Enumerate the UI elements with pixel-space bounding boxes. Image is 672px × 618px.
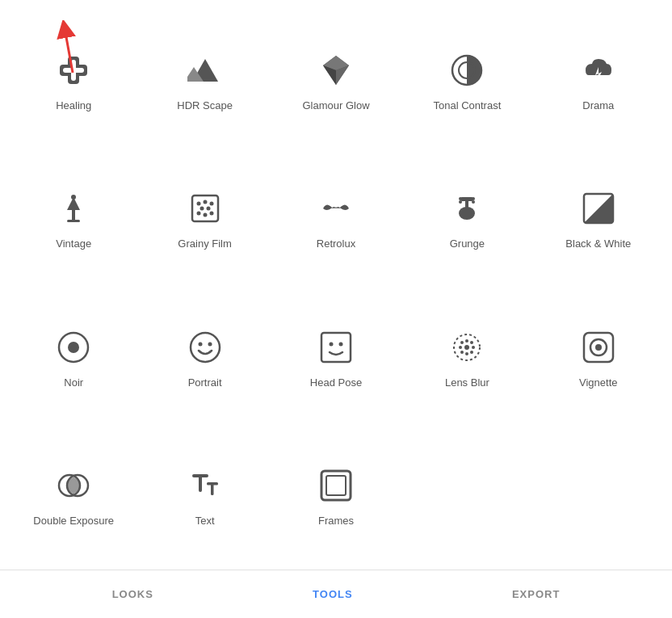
tool-black-white[interactable]: Black & White bbox=[533, 154, 664, 284]
tool-frames[interactable]: Frames bbox=[271, 431, 401, 561]
tool-vignette[interactable]: Vignette bbox=[533, 293, 664, 423]
tools-grid: Healing HDR Scape Glamour Glow bbox=[0, 0, 672, 570]
svg-line-1 bbox=[65, 28, 73, 73]
svg-point-48 bbox=[78, 338, 83, 343]
svg-point-35 bbox=[459, 197, 462, 200]
bw-icon bbox=[578, 187, 620, 229]
hdr-icon bbox=[184, 49, 226, 91]
healing-label: Healing bbox=[56, 99, 91, 113]
tonal-icon bbox=[446, 49, 488, 91]
svg-point-54 bbox=[329, 342, 333, 346]
svg-point-44 bbox=[61, 345, 65, 350]
svg-point-43 bbox=[71, 355, 76, 360]
svg-point-61 bbox=[460, 341, 464, 344]
svg-point-8 bbox=[63, 78, 66, 81]
svg-point-38 bbox=[472, 200, 475, 204]
headpose-icon bbox=[315, 326, 357, 368]
svg-point-36 bbox=[459, 200, 462, 204]
glamour-label: Glamour Glow bbox=[302, 99, 369, 113]
tool-drama[interactable]: Drama bbox=[533, 16, 664, 146]
bottom-navigation: LOOKS TOOLS EXPORT bbox=[0, 570, 672, 618]
hdr-label: HDR Scape bbox=[177, 99, 233, 113]
svg-rect-72 bbox=[199, 474, 202, 492]
frames-icon bbox=[315, 465, 357, 507]
tool-grainy-film[interactable]: Grainy Film bbox=[139, 154, 270, 284]
text-label: Text bbox=[195, 515, 215, 528]
noir-label: Noir bbox=[64, 376, 83, 390]
svg-point-64 bbox=[460, 351, 464, 354]
svg-point-59 bbox=[459, 346, 462, 349]
vignette-label: Vignette bbox=[579, 376, 617, 390]
lensblur-label: Lens Blur bbox=[445, 376, 489, 390]
nav-export[interactable]: EXPORT bbox=[512, 588, 560, 600]
svg-point-46 bbox=[64, 338, 69, 343]
bw-label: Black & White bbox=[565, 238, 631, 251]
vintage-icon bbox=[52, 187, 94, 229]
retrolux-label: Retrolux bbox=[317, 238, 355, 251]
tool-glamour-glow[interactable]: Glamour Glow bbox=[271, 16, 401, 146]
tool-hdr-scape[interactable]: HDR Scape bbox=[139, 16, 270, 146]
tool-text[interactable]: Text bbox=[139, 431, 270, 561]
tool-lens-blur[interactable]: Lens Blur bbox=[401, 293, 532, 423]
svg-point-9 bbox=[81, 78, 84, 81]
tool-noir[interactable]: Noir bbox=[8, 293, 139, 423]
tool-healing[interactable]: Healing bbox=[8, 16, 139, 146]
svg-point-57 bbox=[465, 339, 468, 343]
grunge-label: Grunge bbox=[450, 238, 485, 251]
vintage-label: Vintage bbox=[56, 238, 91, 251]
svg-point-28 bbox=[206, 207, 210, 211]
tool-tonal-contrast[interactable]: Tonal Contrast bbox=[401, 16, 532, 146]
svg-point-62 bbox=[470, 351, 473, 354]
headpose-label: Head Pose bbox=[310, 376, 362, 390]
empty-slot-2 bbox=[533, 431, 664, 561]
svg-point-51 bbox=[198, 342, 202, 346]
vignette-icon bbox=[578, 326, 620, 368]
doubleexposure-icon bbox=[52, 465, 94, 507]
svg-rect-20 bbox=[72, 210, 75, 220]
svg-rect-76 bbox=[326, 476, 346, 495]
tool-grunge[interactable]: Grunge bbox=[401, 154, 532, 284]
tool-portrait[interactable]: Portrait bbox=[139, 293, 270, 423]
empty-slot-1 bbox=[401, 431, 532, 561]
portrait-icon bbox=[184, 326, 226, 368]
svg-rect-74 bbox=[211, 482, 214, 495]
nav-looks[interactable]: LOOKS bbox=[112, 588, 153, 600]
tool-head-pose[interactable]: Head Pose bbox=[271, 293, 401, 423]
svg-point-41 bbox=[68, 342, 79, 353]
svg-point-55 bbox=[338, 342, 342, 346]
svg-point-60 bbox=[472, 346, 475, 349]
drama-icon bbox=[578, 49, 620, 91]
svg-rect-23 bbox=[192, 195, 218, 221]
svg-rect-34 bbox=[460, 197, 473, 201]
svg-rect-21 bbox=[67, 220, 80, 222]
svg-point-68 bbox=[595, 344, 602, 351]
doubleexposure-label: Double Exposure bbox=[33, 515, 114, 528]
svg-point-25 bbox=[203, 200, 207, 204]
svg-point-30 bbox=[203, 213, 207, 217]
tool-double-exposure[interactable]: Double Exposure bbox=[8, 431, 139, 561]
svg-point-65 bbox=[464, 345, 469, 350]
svg-point-27 bbox=[200, 207, 204, 211]
grainy-label: Grainy Film bbox=[178, 238, 231, 251]
svg-point-26 bbox=[209, 202, 213, 206]
tool-retrolux[interactable]: Retrolux bbox=[271, 154, 401, 284]
svg-point-31 bbox=[209, 212, 213, 216]
drama-label: Drama bbox=[582, 99, 614, 113]
svg-point-49 bbox=[64, 352, 69, 357]
svg-point-52 bbox=[208, 342, 212, 346]
svg-point-45 bbox=[82, 345, 86, 350]
portrait-label: Portrait bbox=[188, 376, 222, 390]
svg-point-29 bbox=[196, 212, 200, 216]
svg-point-22 bbox=[71, 195, 76, 200]
lensblur-icon bbox=[446, 326, 488, 368]
tool-vintage[interactable]: Vintage bbox=[8, 154, 139, 284]
grainy-icon bbox=[184, 187, 226, 229]
svg-point-50 bbox=[191, 333, 220, 362]
svg-rect-53 bbox=[321, 333, 351, 362]
grunge-icon bbox=[446, 187, 488, 229]
svg-point-42 bbox=[71, 334, 76, 339]
svg-point-47 bbox=[78, 352, 83, 357]
svg-point-24 bbox=[196, 202, 200, 206]
nav-tools[interactable]: TOOLS bbox=[313, 588, 353, 600]
frames-label: Frames bbox=[318, 515, 354, 528]
